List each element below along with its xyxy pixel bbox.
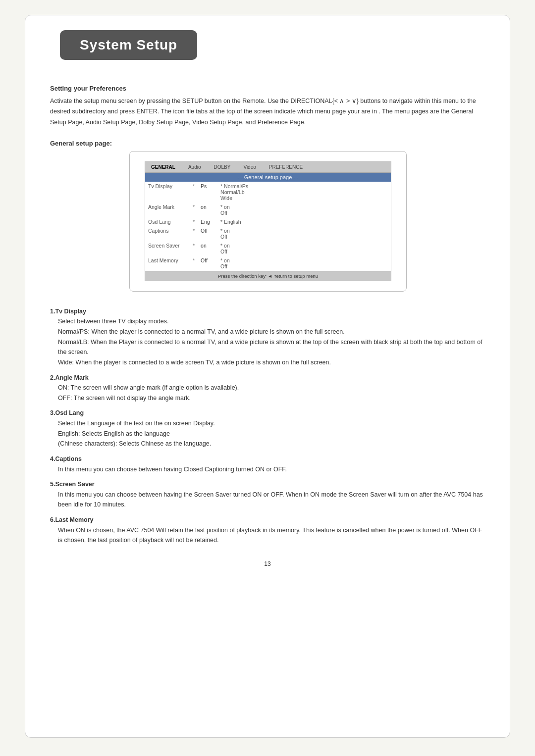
screen-footer: Press the direction key' ◄ 'return to se… xyxy=(145,271,391,281)
item-last-memory: 6.Last Memory When ON is chosen, the AVC… xyxy=(50,515,485,546)
menu-table: Tv Display * Ps * Normal/PsNormal/LbWide… xyxy=(145,182,391,271)
row-label-angle-mark: Angle Mark xyxy=(145,202,190,217)
item-screen-saver: 5.Screen Saver In this menu you can choo… xyxy=(50,479,485,510)
row-star-captions: * xyxy=(190,226,198,241)
table-row: Last Memory * Off * onOff xyxy=(145,256,391,271)
table-row: Angle Mark * on * onOff xyxy=(145,202,391,217)
row-current-osd-lang: Eng xyxy=(198,217,217,226)
row-star-angle-mark: * xyxy=(190,202,198,217)
row-options-tv-display: * Normal/PsNormal/LbWide xyxy=(217,182,391,202)
tab-audio[interactable]: Audio xyxy=(186,163,203,171)
row-options-last-memory: * onOff xyxy=(217,256,391,271)
row-label-tv-display: Tv Display xyxy=(145,182,190,202)
row-star-osd-lang: * xyxy=(190,217,198,226)
setup-screen: GENERAL Audio DOLBY Video PREFERENCE - -… xyxy=(129,151,407,292)
screen-title: - - General setup page - - xyxy=(145,173,391,182)
item-title-4: 4.Captions xyxy=(50,455,82,462)
tab-video[interactable]: Video xyxy=(241,163,258,171)
item-body-4: In this menu you can choose between havi… xyxy=(50,464,485,475)
row-star-tv-display: * xyxy=(190,182,198,202)
row-label-last-memory: Last Memory xyxy=(145,256,190,271)
item-title-2: 2.Angle Mark xyxy=(50,374,89,381)
general-setup-heading: General setup page: xyxy=(50,140,485,147)
row-options-screen-saver: * onOff xyxy=(217,241,391,256)
table-row: Captions * Off * onOff xyxy=(145,226,391,241)
item-body-5: In this menu you can choose between havi… xyxy=(50,490,485,510)
row-current-last-memory: Off xyxy=(198,256,217,271)
item-title-6: 6.Last Memory xyxy=(50,516,94,523)
item-body-1: Select between three TV display modes. N… xyxy=(50,316,485,367)
table-row: Screen Saver * on * onOff xyxy=(145,241,391,256)
table-row: Osd Lang * Eng * English xyxy=(145,217,391,226)
row-current-screen-saver: on xyxy=(198,241,217,256)
content-section: 1.Tv Display Select between three TV dis… xyxy=(50,306,485,546)
screen-body: GENERAL Audio DOLBY Video PREFERENCE - -… xyxy=(145,161,391,281)
row-star-screen-saver: * xyxy=(190,241,198,256)
title-banner: System Setup xyxy=(60,30,197,60)
item-body-2: ON: The screen will show angle mark (if … xyxy=(50,383,485,403)
item-captions: 4.Captions In this menu you can choose b… xyxy=(50,454,485,474)
table-row: Tv Display * Ps * Normal/PsNormal/LbWide xyxy=(145,182,391,202)
screen-tabs-row: GENERAL Audio DOLBY Video PREFERENCE xyxy=(145,162,391,173)
row-label-screen-saver: Screen Saver xyxy=(145,241,190,256)
row-label-osd-lang: Osd Lang xyxy=(145,217,190,226)
row-label-captions: Captions xyxy=(145,226,190,241)
intro-heading: Setting your Preferences xyxy=(50,85,485,92)
item-title-5: 5.Screen Saver xyxy=(50,481,95,488)
item-title-1: 1.Tv Display xyxy=(50,308,86,315)
item-body-6: When ON is chosen, the AVC 7504 Will ret… xyxy=(50,525,485,546)
row-options-captions: * onOff xyxy=(217,226,391,241)
row-current-captions: Off xyxy=(198,226,217,241)
tab-preference[interactable]: PREFERENCE xyxy=(267,163,305,171)
intro-body: Activate the setup menu screen by pressi… xyxy=(50,96,485,128)
tab-general[interactable]: GENERAL xyxy=(149,163,177,171)
row-current-tv-display: Ps xyxy=(198,182,217,202)
page-container: System Setup Setting your Preferences Ac… xyxy=(25,15,510,738)
item-tv-display: 1.Tv Display Select between three TV dis… xyxy=(50,306,485,368)
row-current-angle-mark: on xyxy=(198,202,217,217)
tab-dolby[interactable]: DOLBY xyxy=(212,163,232,171)
row-star-last-memory: * xyxy=(190,256,198,271)
item-title-3: 3.Osd Lang xyxy=(50,409,84,416)
page-number: 13 xyxy=(50,560,485,567)
item-body-3: Select the Language of the text on the o… xyxy=(50,418,485,449)
item-osd-lang: 3.Osd Lang Select the Language of the te… xyxy=(50,408,485,449)
row-options-osd-lang: * English xyxy=(217,217,391,226)
row-options-angle-mark: * onOff xyxy=(217,202,391,217)
page-title: System Setup xyxy=(80,37,177,53)
item-angle-mark: 2.Angle Mark ON: The screen will show an… xyxy=(50,373,485,403)
